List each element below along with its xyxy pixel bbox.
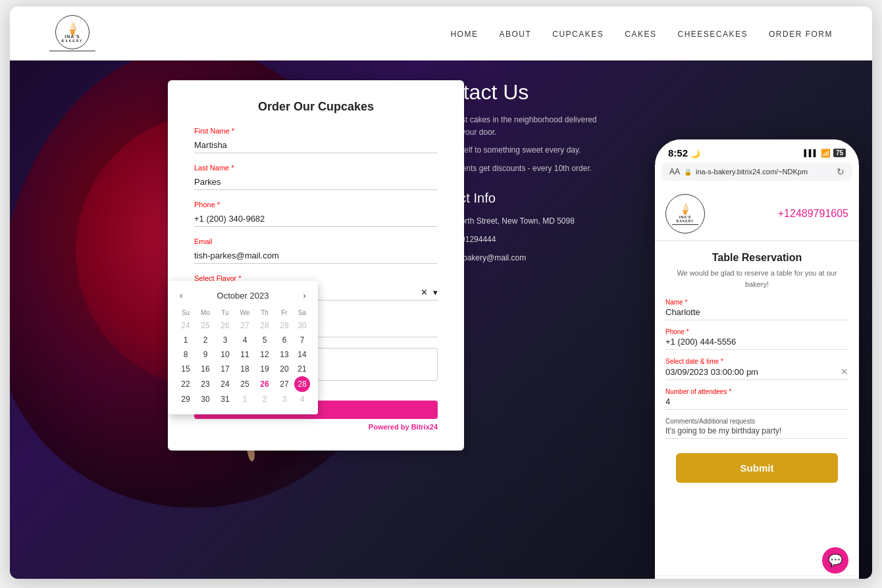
calendar-day[interactable]: 1	[235, 392, 255, 406]
nav-home[interactable]: HOME	[450, 30, 478, 39]
cal-next-button[interactable]: ›	[299, 289, 310, 302]
calendar-day[interactable]: 3	[215, 333, 235, 347]
phone-bakery-number[interactable]: +12489791605	[778, 208, 848, 220]
email-input[interactable]	[194, 248, 438, 264]
calendar-day[interactable]: 12	[255, 347, 274, 362]
calendar-day[interactable]: 15	[176, 362, 195, 376]
email-label: Email	[194, 237, 438, 245]
calendar-day[interactable]: 25	[235, 376, 255, 392]
nav-about[interactable]: ABOUT	[499, 30, 531, 39]
url-text: ina-s-bakery.bitrix24.com/~NDKpm	[696, 168, 808, 176]
main-nav: HOME ABOUT CUPCAKES CAKES CHEESECAKES OR…	[450, 28, 833, 39]
res-date-value[interactable]: 03/09/2023 03:00:00 pm	[665, 367, 758, 377]
hero-area: Order Our Cupcakes First Name * Last Nam…	[10, 61, 872, 579]
calendar-day[interactable]: 5	[255, 333, 274, 347]
first-name-field: First Name *	[194, 127, 438, 153]
calendar-day[interactable]: 16	[195, 362, 215, 376]
calendar-week-row: 24252627282930	[176, 318, 310, 333]
phone-mockup: 8:52 🌙 ▌▌▌ 📶 75 AA 🔒 ina-s-bakery.bitrix…	[655, 139, 859, 579]
calendar-day[interactable]: 20	[274, 362, 294, 376]
calendar-day[interactable]: 18	[235, 362, 255, 376]
calendar-day[interactable]: 26	[215, 318, 235, 333]
chat-fab-button[interactable]: 💬	[822, 547, 848, 574]
calendar-day[interactable]: 6	[274, 333, 294, 347]
calendar-day[interactable]: 31	[215, 392, 235, 406]
calendar-day[interactable]: 25	[195, 318, 215, 333]
calendar-day[interactable]: 24	[176, 318, 195, 333]
calendar-day[interactable]: 4	[294, 392, 310, 406]
site-logo[interactable]: 🍦 INA'S BAKERY	[49, 15, 95, 51]
refresh-icon[interactable]: ↻	[837, 166, 844, 177]
clear-icon[interactable]: ✕	[421, 287, 428, 297]
calendar-day[interactable]: 23	[195, 376, 215, 392]
calendar-week-row: 891011121314	[176, 347, 310, 362]
first-name-label: First Name *	[194, 127, 438, 135]
logo-name-text: INA'S	[65, 34, 80, 39]
phone-input[interactable]	[194, 211, 438, 227]
calendar-day[interactable]: 30	[294, 318, 310, 333]
res-name-value[interactable]: Charlotte	[665, 307, 848, 320]
nav-order-form[interactable]: ORDER FORM	[769, 30, 833, 39]
calendar-week-row: 2930311234	[176, 392, 310, 406]
cal-weekday: Sa	[294, 307, 310, 318]
signal-icon: ▌▌▌	[804, 149, 818, 157]
cal-weekday: Th	[255, 307, 274, 318]
calendar-day[interactable]: 11	[235, 347, 255, 362]
calendar-day[interactable]: 27	[274, 376, 294, 392]
calendar-day[interactable]: 29	[274, 318, 294, 333]
calendar-day[interactable]: 14	[294, 347, 310, 362]
calendar-day[interactable]: 19	[255, 362, 274, 376]
nav-cupcakes[interactable]: CUPCAKES	[552, 30, 604, 39]
phone-url-bar[interactable]: AA 🔒 ina-s-bakery.bitrix24.com/~NDKpm ↻	[662, 162, 852, 181]
calendar-day[interactable]: 9	[195, 347, 215, 362]
calendar-day[interactable]: 2	[195, 333, 215, 347]
phone-submit-button[interactable]: Submit	[676, 453, 838, 483]
calendar-day[interactable]: 7	[294, 333, 310, 347]
calendar-day[interactable]: 22	[176, 376, 195, 392]
calendar-day[interactable]: 17	[215, 362, 235, 376]
first-name-input[interactable]	[194, 137, 438, 153]
calendar-day[interactable]: 30	[195, 392, 215, 406]
calendar-week-row: 15161718192021	[176, 362, 310, 376]
nav-cheesecakes[interactable]: CHEESECAKES	[677, 30, 748, 39]
calendar-day[interactable]: 8	[176, 347, 195, 362]
calendar-day[interactable]: 27	[235, 318, 255, 333]
order-form-title: Order Our Cupcakes	[194, 100, 438, 114]
logo-underline	[49, 51, 95, 51]
calendar-day[interactable]: 28	[255, 318, 274, 333]
calendar-day[interactable]: 2	[255, 392, 274, 406]
email-field: Email	[194, 237, 438, 264]
calendar-day[interactable]: 1	[176, 333, 195, 347]
calendar-day[interactable]: 29	[176, 392, 195, 406]
calendar-day[interactable]: 4	[235, 333, 255, 347]
res-comments-value[interactable]: It's going to be my birthday party!	[665, 426, 848, 439]
phone-time: 8:52 🌙	[668, 147, 700, 159]
phone-bottom-bar: ‹ › ⬆ 📖 ⧉	[655, 576, 859, 579]
cal-weekday: We	[235, 307, 255, 318]
reservation-subtitle: We would be glad to reserve a table for …	[665, 268, 848, 289]
res-phone-value[interactable]: +1 (200) 444-5556	[665, 337, 848, 350]
dropdown-icon[interactable]: ▾	[433, 287, 438, 297]
nav-cakes[interactable]: CAKES	[625, 30, 656, 39]
calendar-weekdays: SuMoTuWeThFrSa	[176, 307, 310, 318]
calendar-day[interactable]: 3	[274, 392, 294, 406]
res-date-clear[interactable]: ✕	[841, 366, 848, 377]
calendar-day[interactable]: 26	[255, 376, 274, 392]
aa-button[interactable]: AA	[669, 167, 680, 176]
calendar-day[interactable]: 28	[294, 376, 310, 392]
phone-label: Phone *	[194, 201, 438, 208]
calendar-day[interactable]: 24	[215, 376, 235, 392]
calendar-body: 2425262728293012345678910111213141516171…	[176, 318, 310, 406]
cal-prev-button[interactable]: ‹	[176, 289, 187, 302]
res-comments-label: Comments/Additional requests	[665, 418, 848, 425]
res-attendees-value[interactable]: 4	[665, 397, 848, 410]
calendar-header: ‹ October 2023 ›	[176, 289, 310, 302]
calendar-day[interactable]: 21	[294, 362, 310, 376]
calendar-day[interactable]: 10	[215, 347, 235, 362]
select-controls: ✕ ▾	[421, 287, 438, 297]
phone-content: 🍦 INA'S BAKERY +12489791605 Table Reserv…	[655, 181, 859, 579]
last-name-input[interactable]	[194, 174, 438, 190]
battery-indicator: 75	[833, 149, 846, 157]
calendar-week-row: 22232425262728	[176, 376, 310, 392]
calendar-day[interactable]: 13	[274, 347, 294, 362]
